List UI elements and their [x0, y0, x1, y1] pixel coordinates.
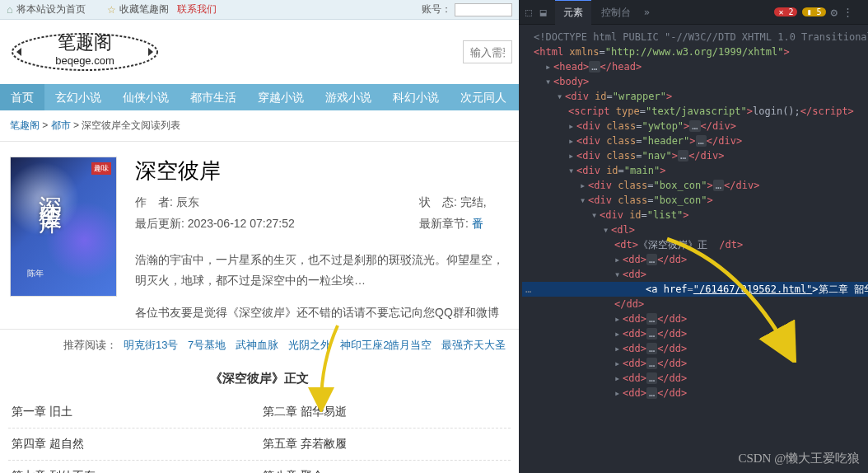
crumb-current: 深空彼岸全文阅读列表	[82, 119, 180, 131]
crumb-home[interactable]: 笔趣阁	[10, 119, 40, 131]
tab-console[interactable]: 控制台	[593, 0, 639, 25]
top-bar: ⌂ 将本站设为首页 ☆ 收藏笔趣阁 联系我们 账号：	[0, 0, 519, 20]
nav-dushi[interactable]: 都市生活	[180, 84, 247, 110]
chapter-link[interactable]: 第五章 弃若敝履	[263, 437, 347, 450]
nav-kehuan[interactable]: 科幻小说	[382, 84, 450, 110]
update-time: 2023-06-12 07:27:52	[188, 217, 295, 230]
search-input[interactable]	[463, 40, 512, 63]
book-cover[interactable]: 趣味 深空彼岸 陈年	[10, 157, 117, 297]
chapter-list: 第一章 旧土 第二章 韶华易逝 第四章 超自然 第五章 弃若敝履 第七章 列仙不…	[0, 396, 519, 473]
cover-tag: 趣味	[91, 162, 111, 175]
author-label: 作 者:	[135, 195, 176, 208]
crumb-category[interactable]: 都市	[51, 119, 71, 131]
cover-sub: 陈年	[27, 268, 44, 279]
rec-5[interactable]: 最强齐天大圣	[441, 339, 506, 351]
star-icon: ☆	[107, 4, 116, 16]
account-label: 账号：	[422, 2, 451, 16]
watermark: CSDN @懒大王爱吃狼	[738, 451, 860, 466]
header-row: 笔趣阁 beqege.com	[0, 20, 519, 84]
breadcrumb: 笔趣阁 > 都市 > 深空彼岸全文阅读列表	[0, 110, 519, 142]
home-icon: ⌂	[7, 3, 13, 16]
book-desc: 浩瀚的宇宙中，一片星系的生灭，也不过是刹那的斑驳流光。仰望星空，明灭火，地球，都…	[135, 250, 509, 291]
account-input[interactable]	[455, 3, 512, 16]
book-title: 深空彼岸	[135, 157, 509, 185]
nav-chuanyue[interactable]: 穿越小说	[247, 84, 315, 110]
status-label: 状 态:	[419, 195, 460, 208]
error-badge[interactable]: ✕ 2	[774, 7, 797, 16]
rec-2[interactable]: 武神血脉	[236, 339, 278, 351]
rec-1[interactable]: 7号基地	[188, 339, 226, 351]
nav-xianxia[interactable]: 仙侠小说	[112, 84, 180, 110]
device-icon[interactable]: ⬓	[540, 6, 547, 18]
nav-xuanhuan[interactable]: 玄幻小说	[44, 84, 112, 110]
gear-icon[interactable]: ⚙	[831, 6, 838, 19]
recommend-label: 推荐阅读：	[63, 339, 117, 351]
svg-text:笔趣阁: 笔趣阁	[58, 32, 112, 53]
svg-text:beqege.com: beqege.com	[55, 54, 114, 67]
book-info: 趣味 深空彼岸 陈年 深空彼岸 作 者: 辰东 状 态: 完结, 最后更新: 2…	[0, 142, 519, 329]
contact-link[interactable]: 联系我们	[177, 2, 217, 16]
tab-elements[interactable]: 元素	[555, 0, 591, 25]
main-nav: 首页 玄幻小说 仙侠小说 都市生活 穿越小说 游戏小说 科幻小说 次元同人	[0, 84, 519, 110]
author: 辰东	[176, 195, 199, 208]
chapter-link[interactable]: 第一章 旧土	[12, 405, 72, 418]
kebab-icon[interactable]: ⋮	[842, 6, 853, 18]
nav-home[interactable]: 首页	[0, 84, 44, 110]
devtools-panel: ⬚ ⬓ 元素 控制台 » ✕ 2 ▮ 5 ⚙ ⋮ <!DOCTYPE html …	[519, 0, 868, 473]
rec-4[interactable]: 神印王座2皓月当空	[340, 339, 432, 351]
browser-panel: ⌂ 将本站设为首页 ☆ 收藏笔趣阁 联系我们 账号： 笔趣阁 beqege.co…	[0, 0, 519, 473]
inspect-icon[interactable]: ⬚	[525, 6, 532, 18]
warn-badge[interactable]: ▮ 5	[802, 7, 825, 16]
chapter-link[interactable]: 第八章 聚会	[263, 469, 324, 473]
latest-chapter[interactable]: 番	[472, 217, 483, 230]
site-logo[interactable]: 笔趣阁 beqege.com	[7, 27, 163, 77]
devtools-header: ⬚ ⬓ 元素 控制台 » ✕ 2 ▮ 5 ⚙ ⋮	[519, 0, 868, 25]
chapter-list-title: 《深空彼岸》正文	[0, 361, 519, 396]
chapter-link[interactable]: 第二章 韶华易逝	[263, 405, 347, 418]
nav-youxi[interactable]: 游戏小说	[315, 84, 382, 110]
latest-label: 最新章节:	[419, 217, 472, 230]
chapter-link[interactable]: 第四章 超自然	[12, 437, 84, 450]
favorite-link[interactable]: 收藏笔趣阁	[119, 2, 169, 16]
book-note: 各位书友要是觉得《深空彼岸》还不错的话请不要忘记向您QQ群和微博	[135, 306, 509, 321]
rec-0[interactable]: 明克街13号	[124, 339, 178, 351]
update-label: 最后更新:	[135, 217, 188, 230]
recommend-row: 推荐阅读： 明克街13号 7号基地 武神血脉 光阴之外 神印王座2皓月当空 最强…	[0, 329, 519, 361]
cover-title: 深空彼岸	[34, 178, 65, 198]
chapter-link[interactable]: 第七章 列仙不存	[12, 469, 96, 473]
rec-3[interactable]: 光阴之外	[288, 339, 331, 351]
status: 完结,	[460, 195, 487, 208]
dom-tree[interactable]: <!DOCTYPE html PUBLIC "-//W3C//DTD XHTML…	[519, 25, 868, 405]
nav-ciyuan[interactable]: 次元同人	[450, 84, 517, 110]
more-tabs[interactable]: »	[644, 7, 650, 18]
set-home-link[interactable]: 将本站设为首页	[16, 2, 86, 16]
